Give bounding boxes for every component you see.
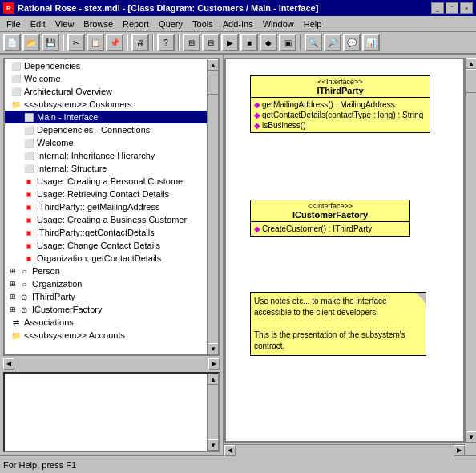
- tree-item-organization[interactable]: ⊞ ○ Organization: [5, 277, 218, 290]
- diag-scroll-track[interactable]: [466, 69, 476, 431]
- diag-hscroll-left[interactable]: ◀: [224, 445, 236, 456]
- menu-file[interactable]: File: [2, 18, 26, 30]
- diagram-hscroll[interactable]: ◀ ▶: [224, 444, 465, 455]
- tree-item-accounts-folder[interactable]: 📁 <<subsystem>> Accounts: [5, 329, 218, 342]
- tree-item-label: <<subsystem>> Customers: [24, 99, 132, 109]
- title-bar-controls: _ □ ×: [431, 2, 473, 14]
- tree-item-usage-retrieve[interactable]: ▣ Usage: Retrieving Contact Details: [5, 188, 218, 200]
- scroll-up-button[interactable]: ▲: [208, 59, 219, 71]
- tool8[interactable]: 🔎: [324, 34, 341, 51]
- tree-scrollbar[interactable]: ▲ ▼: [207, 59, 218, 354]
- tree-item-ithirdparty[interactable]: ⊞ ⊙ IThirdParty: [5, 290, 218, 303]
- help-button[interactable]: ?: [157, 34, 175, 51]
- open-button[interactable]: 📂: [22, 34, 40, 51]
- menu-view[interactable]: View: [50, 18, 79, 30]
- diag-hscroll-right[interactable]: ▶: [454, 445, 465, 456]
- toolbar-separator-4: [178, 34, 180, 51]
- diag-scroll-down[interactable]: ▼: [466, 431, 476, 443]
- tree-item-welcome2[interactable]: ⬜ Welcome: [5, 136, 218, 149]
- app-icon[interactable]: R: [3, 2, 14, 14]
- menu-window[interactable]: Window: [258, 18, 299, 30]
- print-button[interactable]: 🖨: [131, 34, 149, 51]
- hscroll-right-button[interactable]: ▶: [208, 358, 220, 370]
- tool3[interactable]: ▶: [221, 34, 239, 51]
- tree-panel[interactable]: ⬜ Dependencies ⬜ Welcome ⬜ Architectural…: [3, 58, 220, 356]
- tool10[interactable]: 📊: [362, 34, 380, 51]
- tool1[interactable]: ⊞: [183, 34, 200, 51]
- tree-item-main-interface[interactable]: ⬜ Main - Interface: [5, 111, 218, 123]
- tree-item-label: Usage: Change Contact Details: [37, 241, 160, 250]
- paste-button[interactable]: 📌: [106, 34, 123, 51]
- tree-item-label: Internal: Inheritance Hierarchy: [37, 151, 155, 160]
- tree-item-icustomerfactory[interactable]: ⊞ ⊙ ICustomerFactory: [5, 303, 218, 316]
- tree-item-usage-business[interactable]: ▣ Usage: Creating a Business Customer: [5, 213, 218, 226]
- tree-item-deps-connections[interactable]: ⬜ Dependencies - Connections: [5, 123, 218, 136]
- diagram-area[interactable]: <<Interface>> IThirdParty ◆ getMailingAd…: [224, 58, 465, 443]
- tool5[interactable]: ◆: [260, 34, 277, 51]
- menu-edit[interactable]: Edit: [26, 18, 50, 30]
- icustfactory-name: ICustomerFactory: [254, 210, 406, 220]
- tree-item-label: Dependencies - Connections: [37, 125, 150, 135]
- ithirdparty-interface[interactable]: <<Interface>> IThirdParty ◆ getMailingAd…: [250, 75, 430, 133]
- tree-item-person[interactable]: ⊞ ○ Person: [5, 265, 218, 277]
- icustomerfactory-interface[interactable]: <<Interface>> ICustomerFactory ◆ CreateC…: [250, 200, 410, 236]
- tree-hscroll[interactable]: ◀ ▶: [3, 358, 220, 369]
- copy-button[interactable]: 📋: [87, 34, 104, 51]
- tree-item-label: Dependencies: [24, 61, 80, 71]
- scroll-thumb[interactable]: [208, 71, 219, 95]
- menu-help[interactable]: Help: [299, 18, 327, 30]
- uml-note[interactable]: Use notes etc... to make the interface a…: [250, 292, 426, 356]
- tree-item-welcome[interactable]: ⬜ Welcome: [5, 72, 218, 85]
- tree-item-internal-struct[interactable]: ⬜ Internal: Structure: [5, 162, 218, 175]
- new-button[interactable]: 📄: [3, 34, 21, 51]
- main-content: ⬜ Dependencies ⬜ Welcome ⬜ Architectural…: [0, 55, 476, 455]
- tree-item-label: Main - Interface: [37, 112, 98, 122]
- tree-item-dependencies[interactable]: ⬜ Dependencies: [5, 59, 218, 72]
- bottom-scroll-track[interactable]: [208, 385, 218, 439]
- tree-item-arch-overview[interactable]: ⬜ Architectural Overview: [5, 85, 218, 98]
- accounts-folder-icon: 📁: [10, 329, 22, 341]
- tool6[interactable]: ▣: [279, 34, 296, 51]
- method-label-2: getContactDetails(contactType : long) : …: [262, 111, 423, 119]
- cut-button[interactable]: ✂: [67, 34, 85, 51]
- note-text-1: Use notes etc... to make the interface a…: [254, 296, 422, 318]
- maximize-button[interactable]: □: [446, 2, 458, 14]
- ithirdparty-stereotype: <<Interface>>: [254, 78, 426, 86]
- diag-scroll-thumb[interactable]: [466, 69, 476, 93]
- hscroll-track[interactable]: [14, 358, 208, 370]
- minimize-button[interactable]: _: [431, 2, 444, 14]
- tree-item-ithirdparty-contact[interactable]: ▣ IThirdParty::getContactDetails: [5, 226, 218, 239]
- hscroll-left-button[interactable]: ◀: [3, 358, 14, 370]
- tree-item-usage-change[interactable]: ▣ Usage: Change Contact Details: [5, 239, 218, 252]
- bottom-scroll-down[interactable]: ▼: [208, 439, 219, 451]
- close-button[interactable]: ×: [460, 2, 473, 14]
- menu-tools[interactable]: Tools: [188, 18, 218, 30]
- tree-item-customers-folder[interactable]: 📁 <<subsystem>> Customers: [5, 98, 218, 111]
- diag-hscroll-track[interactable]: [236, 445, 454, 456]
- scroll-track[interactable]: [208, 71, 218, 343]
- tree-item-usage-personal[interactable]: ▣ Usage: Creating a Personal Customer: [5, 175, 218, 188]
- inherit-icon: ⬜: [22, 150, 35, 161]
- bottom-vscroll[interactable]: ▲ ▼: [207, 374, 218, 451]
- tree-item-label: IThirdParty:: getMailingAddress: [37, 202, 159, 212]
- tree-item-associations[interactable]: ⇌ Associations: [5, 316, 218, 329]
- diagram-vscroll[interactable]: ▲ ▼: [465, 58, 476, 443]
- scroll-down-button[interactable]: ▼: [208, 343, 219, 354]
- save-button[interactable]: 💾: [42, 34, 59, 51]
- icustfact-icon: ⊙: [18, 304, 30, 315]
- menu-report[interactable]: Report: [118, 18, 154, 30]
- tool4[interactable]: ■: [240, 34, 258, 51]
- tree-item-org-contact[interactable]: ▣ Organization::getContactDetails: [5, 252, 218, 265]
- tool2[interactable]: ⊟: [202, 34, 220, 51]
- menu-addins[interactable]: Add-Ins: [218, 18, 258, 30]
- diag-scroll-up[interactable]: ▲: [466, 58, 476, 69]
- tool7[interactable]: 🔍: [305, 34, 322, 51]
- bottom-scroll-up[interactable]: ▲: [208, 374, 219, 385]
- welcome-icon: ⬜: [10, 73, 22, 84]
- menu-browse[interactable]: Browse: [79, 18, 118, 30]
- menu-query[interactable]: Query: [154, 18, 188, 30]
- tree-item-internal-inherit[interactable]: ⬜ Internal: Inheritance Hierarchy: [5, 149, 218, 162]
- tool9[interactable]: 💬: [343, 34, 361, 51]
- folder-icon: 📁: [10, 99, 22, 110]
- tree-item-ithirdparty-mailing[interactable]: ▣ IThirdParty:: getMailingAddress: [5, 200, 218, 213]
